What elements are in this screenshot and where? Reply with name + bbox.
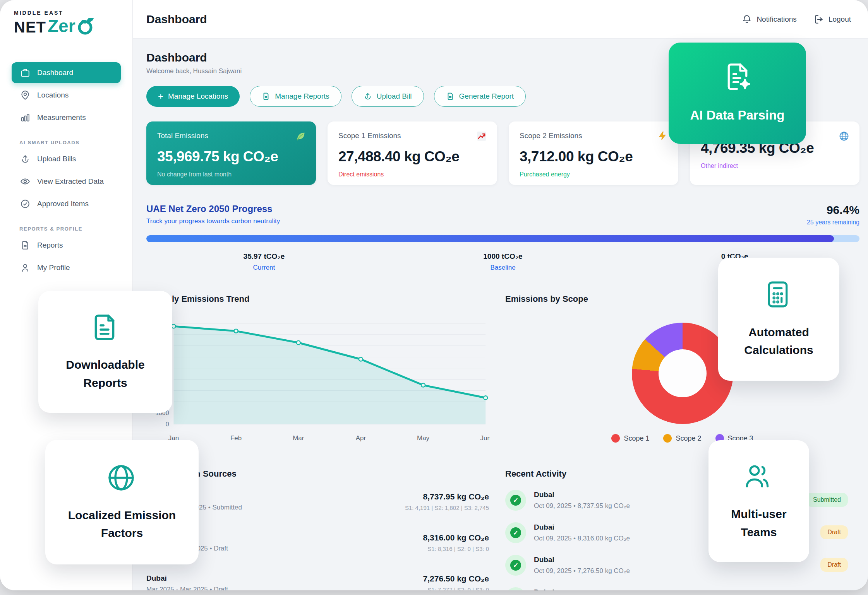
legend-item: Scope 1 (611, 434, 649, 443)
upload-bill-label: Upload Bill (377, 92, 412, 101)
activity-name: Dubai (534, 588, 820, 590)
feature-card-ai-data-parsing: AI Data Parsing (669, 43, 806, 144)
upload-icon (364, 92, 372, 101)
feature-label: AI Data Parsing (685, 105, 790, 125)
progress-title: UAE Net Zero 2050 Progress (146, 203, 280, 214)
scope1-emissions-card: Scope 1 Emissions 27,488.40 kg CO₂e Dire… (328, 121, 497, 185)
user-icon (20, 263, 30, 273)
svg-text:Jun: Jun (480, 434, 490, 442)
logout-button[interactable]: Logout (814, 14, 851, 24)
feature-card-multi-user-teams: Multi-user Teams (708, 440, 809, 562)
briefcase-icon (20, 68, 30, 78)
app-window: MIDDLE EAST NET Zer (0, 0, 868, 590)
emission-source-row: Dubai Mar 2025 - Mar 2025 • Draft 7,276.… (146, 574, 490, 590)
sidebar-item-my-profile[interactable]: My Profile (12, 257, 121, 278)
progress-percent: 96.4% (807, 203, 859, 217)
source-breakdown: S1: 4,191 | S2: 1,802 | S3: 2,745 (405, 504, 489, 511)
map-pin-icon (20, 90, 30, 100)
check-circle-icon: ✓ (505, 555, 526, 576)
stat-title: Total Emissions (157, 132, 305, 140)
logout-icon (814, 14, 824, 24)
emissions-trend-chart: 0100020003000400050006000700080009000 Ja… (146, 310, 490, 456)
notifications-button[interactable]: Notifications (742, 14, 797, 24)
svg-text:May: May (417, 434, 429, 442)
source-breakdown: S1: 7,277 | S2: 0 | S3: 0 (423, 586, 489, 590)
svg-text:0: 0 (166, 421, 169, 427)
status-badge: Submitted (806, 493, 848, 507)
manage-reports-label: Manage Reports (275, 92, 329, 101)
notifications-label: Notifications (756, 15, 797, 24)
feature-label: Localized Emission Factors (45, 506, 199, 542)
check-circle-icon: ✓ (505, 587, 526, 590)
legend-label: Scope 1 (624, 434, 649, 443)
document-icon (89, 312, 122, 344)
svg-text:Mar: Mar (293, 434, 304, 442)
file-icon (20, 240, 30, 250)
legend-item: Scope 2 (663, 434, 701, 443)
logout-label: Logout (829, 15, 851, 24)
stat-value: 35,969.75 kg CO₂e (157, 149, 305, 165)
sidebar-item-reports[interactable]: Reports (12, 235, 121, 256)
progress-marker-current: 35.97 tCO₂e Current (244, 252, 285, 272)
feature-label: Multi-user Teams (708, 505, 809, 541)
feature-label: Downloadable Reports (38, 356, 172, 392)
status-badge: Draft (820, 558, 848, 572)
stat-note: Other indirect (701, 162, 849, 169)
sidebar-item-label: My Profile (37, 263, 70, 272)
marker-value: 35.97 tCO₂e (244, 252, 285, 261)
sidebar-item-dashboard[interactable]: Dashboard (12, 62, 121, 83)
file-icon (262, 92, 270, 101)
svg-text:Apr: Apr (356, 434, 366, 442)
eye-icon (20, 176, 30, 186)
source-name: Dubai (146, 574, 228, 583)
manage-locations-button[interactable]: + Manage Locations (146, 86, 240, 107)
manage-reports-button[interactable]: Manage Reports (250, 86, 341, 107)
brand-logo: MIDDLE EAST NET Zer (0, 0, 132, 45)
check-circle-icon (20, 199, 30, 209)
progress-marker-baseline: 1000 tCO₂e Baseline (483, 252, 522, 272)
marker-label: Current (244, 264, 285, 272)
topbar-title: Dashboard (146, 13, 207, 26)
source-breakdown: S1: 8,316 | S2: 0 | S3: 0 (423, 545, 489, 552)
brand-middle-east: MIDDLE EAST (14, 10, 94, 15)
legend-label: Scope 2 (676, 434, 701, 443)
sidebar-item-locations[interactable]: Locations (12, 85, 121, 106)
feature-card-automated-calculations: Automated Calculations (718, 258, 839, 381)
stat-value: 27,488.40 kg CO₂e (338, 149, 486, 165)
check-circle-icon: ✓ (505, 522, 526, 543)
emission-sources-title: Emission Sources (163, 469, 490, 479)
progress-bar-track (146, 235, 859, 242)
chart-up-icon (476, 131, 487, 142)
sidebar-item-approved-items[interactable]: Approved Items (12, 193, 121, 214)
total-emissions-card: Total Emissions 35,969.75 kg CO₂e No cha… (146, 121, 316, 185)
source-meta: Mar 2025 - Mar 2025 • Draft (146, 586, 228, 590)
plus-icon: + (158, 92, 163, 101)
calculator-icon (763, 279, 795, 312)
globe-icon (106, 462, 138, 495)
users-icon (743, 461, 775, 494)
activity-meta: Oct 09, 2025 • 7,276.50 kg CO₂e (534, 567, 820, 575)
source-value: 8,737.95 kg CO₂e (405, 492, 489, 501)
manage-locations-label: Manage Locations (168, 92, 228, 101)
source-value: 8,316.00 kg CO₂e (423, 533, 489, 542)
document-sparkle-icon (721, 61, 754, 94)
check-circle-icon: ✓ (505, 490, 526, 511)
stat-title: Scope 2 Emissions (520, 132, 667, 140)
sidebar-item-label: Reports (37, 241, 63, 250)
sidebar-item-view-extracted-data[interactable]: View Extracted Data (12, 171, 121, 192)
sidebar-item-upload-bills[interactable]: Upload Bills (12, 149, 121, 169)
marker-value: 1000 tCO₂e (483, 252, 522, 261)
monthly-emissions-trend-section: Monthly Emissions Trend 0100020003000400… (146, 294, 490, 456)
feature-card-downloadable-reports: Downloadable Reports (38, 291, 172, 413)
sidebar-item-measurements[interactable]: Measurements (12, 107, 121, 128)
sidebar-item-label: Upload Bills (37, 155, 76, 163)
upload-bill-button[interactable]: Upload Bill (352, 86, 424, 107)
stat-note: Direct emissions (338, 171, 486, 178)
sidebar-item-label: Approved Items (37, 200, 89, 208)
sidebar-nav: Dashboard Locations Measurements AI SMAR… (0, 45, 132, 278)
legend-dot (611, 434, 620, 443)
brand-net: NET (14, 19, 46, 35)
generate-report-button[interactable]: Generate Report (434, 86, 526, 107)
trend-chart-title: Monthly Emissions Trend (146, 294, 490, 304)
stat-note: Purchased energy (520, 171, 667, 178)
